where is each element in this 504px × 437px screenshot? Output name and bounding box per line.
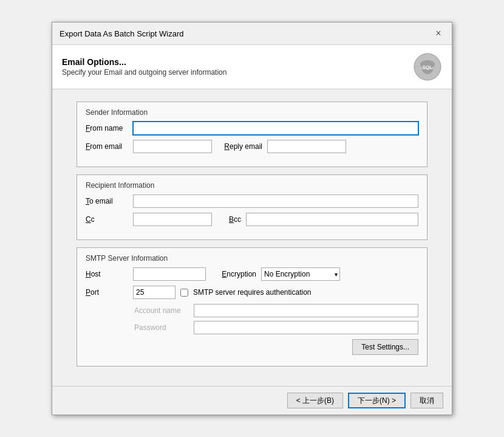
- bcc-input[interactable]: [246, 213, 418, 226]
- dialog: Export Data As Batch Script Wizard × Ema…: [52, 22, 452, 415]
- account-name-input[interactable]: [194, 304, 418, 317]
- smtp-auth-checkbox[interactable]: [180, 289, 188, 297]
- sender-section-title: Sender Information: [86, 108, 418, 117]
- back-button[interactable]: < 上一步(B): [287, 393, 343, 408]
- account-name-row: Account name: [134, 304, 418, 317]
- to-email-label: To email: [86, 197, 128, 205]
- account-name-label: Account name: [134, 306, 189, 315]
- recipient-section-title: Recipient Information: [86, 181, 418, 190]
- sql-icon: SQL: [413, 52, 442, 81]
- from-email-input[interactable]: [133, 140, 212, 153]
- content-area: Sender Information From name From email …: [52, 89, 452, 386]
- encryption-label: Encryption: [211, 270, 256, 278]
- from-name-label: From name: [86, 124, 128, 132]
- reply-email-label: Reply email: [217, 142, 262, 151]
- recipient-section: Recipient Information To email Cc Bcc: [77, 174, 427, 240]
- header-section: Email Options... Specify your Email and …: [52, 45, 452, 89]
- password-row: Password: [134, 321, 418, 334]
- from-name-row: From name: [86, 122, 418, 135]
- header-title: Email Options...: [62, 57, 226, 67]
- cc-row: Cc Bcc: [86, 213, 418, 226]
- reply-email-input[interactable]: [267, 140, 346, 153]
- smtp-section: SMTP Server Information Host Encryption …: [77, 247, 427, 366]
- password-label: Password: [134, 323, 189, 332]
- encryption-select[interactable]: No Encryption SSL TLS: [261, 267, 340, 281]
- encryption-wrapper: No Encryption SSL TLS: [261, 267, 340, 281]
- test-settings-row: Test Settings...: [86, 339, 418, 355]
- cancel-button[interactable]: 取消: [410, 393, 443, 408]
- smtp-auth-label: SMTP server requires authentication: [193, 288, 312, 297]
- from-email-row: From email Reply email: [86, 140, 418, 153]
- port-input[interactable]: [133, 286, 175, 299]
- port-label: Port: [86, 288, 128, 297]
- host-input[interactable]: [133, 267, 206, 281]
- svg-text:SQL: SQL: [423, 64, 433, 70]
- bcc-label: Bcc: [217, 215, 241, 224]
- header-subtitle: Specify your Email and outgoing server i…: [62, 68, 226, 77]
- smtp-section-title: SMTP Server Information: [86, 254, 418, 263]
- title-bar: Export Data As Batch Script Wizard ×: [52, 22, 452, 45]
- from-name-input[interactable]: [133, 122, 418, 135]
- to-email-row: To email: [86, 194, 418, 208]
- from-email-label: From email: [86, 142, 128, 151]
- cc-input[interactable]: [133, 213, 212, 226]
- port-row: Port SMTP server requires authentication: [86, 286, 418, 299]
- dialog-title: Export Data As Batch Script Wizard: [60, 29, 183, 38]
- dialog-footer: < 上一步(B) 下一步(N) > 取消: [52, 386, 452, 415]
- next-button[interactable]: 下一步(N) >: [348, 393, 406, 408]
- header-text: Email Options... Specify your Email and …: [62, 57, 226, 77]
- password-input[interactable]: [194, 321, 418, 334]
- close-button[interactable]: ×: [432, 27, 444, 40]
- test-settings-button[interactable]: Test Settings...: [352, 339, 418, 355]
- sender-section: Sender Information From name From email …: [77, 102, 427, 167]
- to-email-input[interactable]: [133, 194, 418, 208]
- cc-label: Cc: [86, 215, 128, 224]
- host-label: Host: [86, 270, 128, 278]
- host-row: Host Encryption No Encryption SSL TLS: [86, 267, 418, 281]
